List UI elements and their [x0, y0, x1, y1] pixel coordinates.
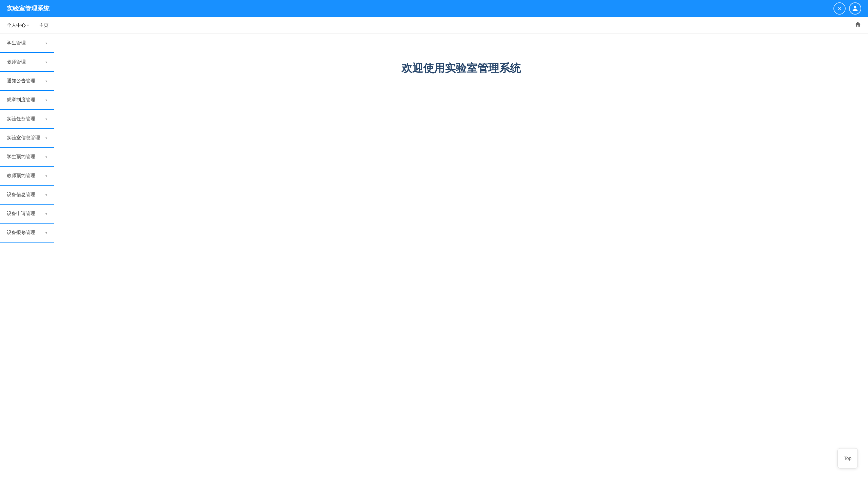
close-button[interactable]: ✕	[833, 2, 846, 15]
navbar: 个人中心 ▾ 主页	[0, 17, 868, 34]
sidebar-item-equipment-repair[interactable]: 设备报修管理 ▾	[0, 224, 54, 243]
header: 实验室管理系统 ✕	[0, 0, 868, 17]
sidebar-item-equipment-info[interactable]: 设备信息管理 ▾	[0, 186, 54, 205]
chevron-down-icon: ▾	[45, 155, 47, 159]
chevron-down-icon: ▾	[45, 98, 47, 102]
welcome-heading: 欢迎使用实验室管理系统	[401, 61, 521, 76]
nav-home-page[interactable]: 主页	[39, 21, 48, 30]
chevron-down-icon: ▾	[45, 41, 47, 45]
layout: 学生管理 ▾ 教师管理 ▾ 通知公告管理 ▾ 规章制度管理 ▾ 实验任务管理 ▾…	[0, 34, 868, 482]
user-button[interactable]	[849, 2, 861, 15]
home-icon	[854, 21, 861, 28]
sidebar-item-lab-info-management[interactable]: 实验室信息管理 ▾	[0, 129, 54, 148]
chevron-down-icon: ▾	[45, 193, 47, 197]
nav-personal-center[interactable]: 个人中心 ▾	[7, 21, 29, 30]
home-icon-button[interactable]	[854, 21, 861, 29]
sidebar-item-teacher-management[interactable]: 教师管理 ▾	[0, 53, 54, 72]
chevron-down-icon: ▾	[45, 136, 47, 140]
sidebar-item-student-management[interactable]: 学生管理 ▾	[0, 34, 54, 53]
chevron-down-icon: ▾	[45, 117, 47, 121]
sidebar-item-teacher-reservation[interactable]: 教师预约管理 ▾	[0, 167, 54, 186]
scroll-to-top-button[interactable]: Top	[837, 448, 858, 468]
close-icon: ✕	[837, 5, 842, 12]
chevron-down-icon: ▾	[45, 60, 47, 64]
chevron-down-icon: ▾	[45, 174, 47, 178]
chevron-down-icon: ▾	[45, 79, 47, 83]
sidebar: 学生管理 ▾ 教师管理 ▾ 通知公告管理 ▾ 规章制度管理 ▾ 实验任务管理 ▾…	[0, 34, 54, 482]
header-icons: ✕	[833, 2, 861, 15]
chevron-down-icon: ▾	[45, 212, 47, 216]
user-icon	[852, 5, 858, 12]
chevron-down-icon: ▾	[27, 23, 29, 27]
app-title: 实验室管理系统	[7, 4, 50, 13]
main-content: 欢迎使用实验室管理系统	[54, 34, 868, 482]
sidebar-item-task-management[interactable]: 实验任务管理 ▾	[0, 110, 54, 129]
sidebar-item-notice-management[interactable]: 通知公告管理 ▾	[0, 72, 54, 91]
sidebar-item-rules-management[interactable]: 规章制度管理 ▾	[0, 91, 54, 110]
chevron-down-icon: ▾	[45, 231, 47, 235]
sidebar-item-equipment-application[interactable]: 设备申请管理 ▾	[0, 205, 54, 224]
sidebar-item-student-reservation[interactable]: 学生预约管理 ▾	[0, 148, 54, 167]
nav-left: 个人中心 ▾ 主页	[7, 21, 48, 30]
